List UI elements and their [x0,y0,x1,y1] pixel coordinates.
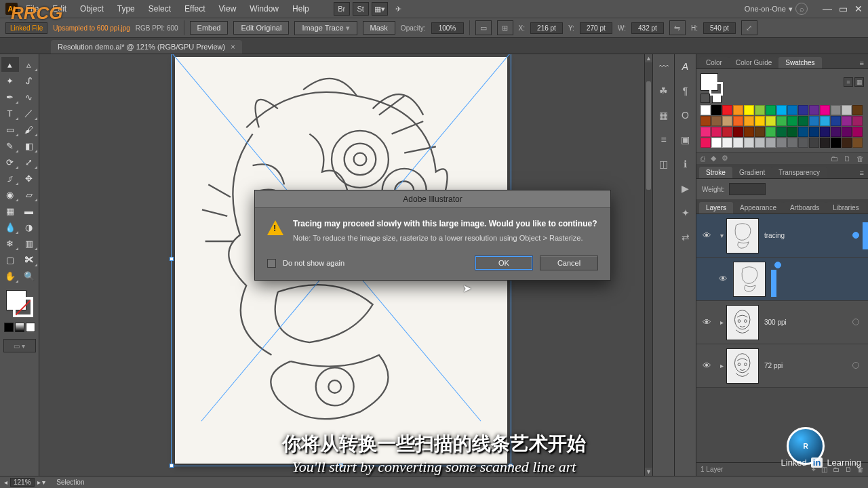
info-panel-icon[interactable]: ℹ [677,156,694,172]
vertical-scrollbar[interactable]: ▲ ▼ [644,54,652,476]
rectangle-tool[interactable]: ▭ [1,122,19,137]
layer-row[interactable]: 👁▸300 ppi [696,301,868,344]
fill-stroke-indicator[interactable] [5,289,35,319]
pen-tool[interactable]: ✒ [1,89,19,104]
swatch[interactable] [809,105,819,115]
layer-row[interactable]: 👁 [696,258,868,301]
swatch[interactable] [842,105,852,115]
swatch[interactable] [701,138,711,148]
swatch[interactable] [809,127,819,137]
layer-target[interactable] [771,262,785,270]
delete-layer-icon[interactable]: 🗑 [857,466,864,473]
swatch[interactable] [711,105,722,115]
eraser-tool[interactable]: ◧ [20,138,38,153]
shaper-tool[interactable]: ✎ [1,138,19,153]
w-value[interactable]: 432 pt [631,22,664,34]
cancel-button[interactable]: Cancel [540,256,598,270]
panel-menu-icon[interactable]: ≡ [856,58,868,68]
close-button[interactable]: ✕ [854,3,863,14]
magic-wand-tool[interactable]: ✦ [1,73,19,88]
swatch[interactable] [820,116,830,126]
curvature-tool[interactable]: ∿ [20,89,38,104]
swatch[interactable] [852,105,863,115]
layer-target[interactable] [849,319,863,327]
swatch-grid-view-icon[interactable]: ▦ [854,77,864,87]
stroke-weight-input[interactable] [729,183,766,195]
mesh-tool[interactable]: ▦ [1,203,19,218]
scroll-down-icon[interactable]: ▼ [645,468,652,476]
swatch[interactable] [755,127,765,137]
swatch[interactable] [722,127,732,137]
scale-tool[interactable]: ⤢ [20,155,38,169]
workspace-switcher[interactable]: One-on-One ▾ [745,5,793,14]
swatch[interactable] [798,116,808,126]
tab-transparency[interactable]: Transparency [772,167,827,178]
swatch[interactable] [820,138,830,148]
link-wh-button[interactable]: ⇋ [669,20,686,35]
image-trace-button[interactable]: Image Trace [294,21,357,35]
blend-tool[interactable]: ◑ [20,220,38,235]
swatch-kind-icon[interactable]: ◆ [711,154,716,163]
lasso-tool[interactable]: ᔑ [20,73,38,88]
search-icon[interactable]: ⌕ [795,3,808,15]
transform-panel-icon[interactable]: ▣ [677,131,694,148]
swatch[interactable] [820,105,830,115]
make-clipping-mask-icon[interactable]: ◫ [821,466,827,473]
swatch[interactable] [831,127,841,137]
edit-original-button[interactable]: Edit Original [233,21,289,35]
new-group-icon[interactable]: 🗀 [831,155,838,163]
tab-layers[interactable]: Layers [699,202,733,214]
swatch[interactable] [744,127,754,137]
swatch[interactable] [776,105,787,115]
zoom-control[interactable]: ◂ 121% ▸ ▾ [4,478,45,487]
opacity-value[interactable]: 100% [431,22,464,34]
visibility-toggle[interactable]: 👁 [696,230,717,241]
menu-file[interactable]: File [20,4,44,14]
actions-panel-icon[interactable]: ▶ [677,180,694,197]
swatch[interactable] [766,138,776,148]
perspective-tool[interactable]: ▱ [20,187,38,202]
locate-object-icon[interactable]: ⌖ [812,466,816,474]
screen-mode-button[interactable]: ▭ ▾ [3,339,36,352]
hand-tool[interactable]: ✋ [1,268,19,283]
swatch[interactable] [744,105,754,115]
swatch[interactable] [701,105,711,115]
panel-menu-icon[interactable]: ≡ [856,167,868,178]
swatch[interactable] [711,138,722,148]
new-sublayer-icon[interactable]: 🗀 [833,466,840,473]
x-value[interactable]: 216 pt [530,22,563,34]
opentype-panel-icon[interactable]: O [677,107,694,123]
tab-libraries[interactable]: Libraries [826,202,865,214]
layer-row[interactable]: 👁▾tracing [696,214,868,258]
swatch[interactable] [755,138,765,148]
swatch-options-icon[interactable]: ⚙ [722,154,728,163]
visibility-toggle[interactable]: 👁 [696,361,717,371]
layer-twirl-icon[interactable]: ▾ [717,232,726,239]
swatch[interactable] [711,116,722,126]
selection-tool[interactable]: ▴ [1,57,19,72]
swatch[interactable] [701,116,711,126]
navigator-panel-icon[interactable]: ✦ [677,205,694,221]
layer-twirl-icon[interactable]: ▸ [717,319,726,326]
tab-appearance[interactable]: Appearance [733,202,783,214]
swatch[interactable] [831,116,841,126]
stock-button[interactable]: St [353,2,369,16]
swatch-list-view-icon[interactable]: ≡ [844,77,853,87]
swatch[interactable] [831,138,841,148]
document-tab[interactable]: Resolution demo.ai* @ 121% (RGB/GPU Prev… [51,40,242,54]
swatch[interactable] [722,138,732,148]
artboard-tool[interactable]: ▢ [1,252,19,267]
swatch[interactable] [787,105,797,115]
swatch[interactable] [744,138,754,148]
swatch[interactable] [787,127,797,137]
pathfinder-panel-icon[interactable]: ◫ [656,156,672,172]
swatch-libraries-icon[interactable]: ⎙ [701,155,705,163]
swatch[interactable] [787,116,797,126]
visibility-toggle[interactable]: 👁 [696,317,717,327]
y-value[interactable]: 270 pt [580,22,612,34]
tab-color-guide[interactable]: Color Guide [729,57,778,68]
swatch[interactable] [852,127,863,137]
menu-select[interactable]: Select [143,4,176,14]
transform-panel-button[interactable]: ⤢ [741,20,757,35]
free-transform-tool[interactable]: ✥ [20,171,38,186]
